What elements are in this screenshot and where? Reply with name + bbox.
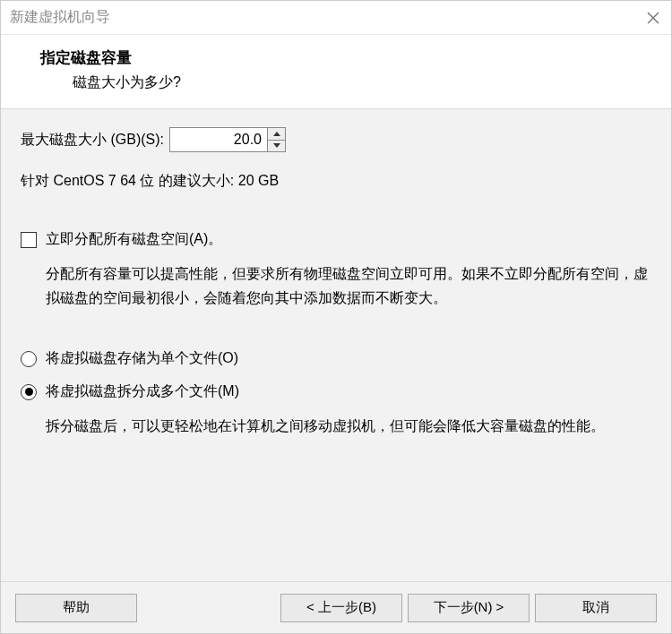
wizard-content: 最大磁盘大小 (GB)(S): 针对 CentOS 7 64 位 的建议大小: … (1, 108, 671, 581)
store-split-row: 将虚拟磁盘拆分成多个文件(M) (21, 382, 651, 401)
spinner-buttons (267, 128, 285, 151)
close-icon[interactable] (644, 9, 662, 27)
cancel-button[interactable]: 取消 (535, 594, 657, 622)
chevron-up-icon (273, 132, 280, 136)
store-split-radio[interactable] (21, 384, 37, 400)
chevron-down-icon (273, 143, 280, 148)
disk-size-spinner (169, 127, 286, 152)
store-split-label: 将虚拟磁盘拆分成多个文件(M) (46, 382, 239, 401)
recommended-size-text: 针对 CentOS 7 64 位 的建议大小: 20 GB (21, 172, 651, 191)
disk-size-label: 最大磁盘大小 (GB)(S): (21, 131, 164, 150)
store-split-description: 拆分磁盘后，可以更轻松地在计算机之间移动虚拟机，但可能会降低大容量磁盘的性能。 (46, 414, 651, 438)
store-single-row: 将虚拟磁盘存储为单个文件(O) (21, 349, 651, 368)
store-single-label: 将虚拟磁盘存储为单个文件(O) (46, 349, 238, 368)
back-button[interactable]: < 上一步(B) (280, 594, 402, 622)
allocate-now-description: 分配所有容量可以提高性能，但要求所有物理磁盘空间立即可用。如果不立即分配所有空间… (46, 261, 651, 310)
page-subtitle: 磁盘大小为多少? (73, 73, 650, 92)
wizard-window: 新建虚拟机向导 指定磁盘容量 磁盘大小为多少? 最大磁盘大小 (GB)(S): … (0, 0, 672, 634)
store-single-radio[interactable] (21, 351, 37, 367)
spinner-down-button[interactable] (268, 141, 285, 152)
allocate-now-row: 立即分配所有磁盘空间(A)。 (21, 230, 651, 249)
spinner-up-button[interactable] (268, 128, 285, 141)
disk-size-row: 最大磁盘大小 (GB)(S): (21, 127, 651, 152)
help-button[interactable]: 帮助 (15, 594, 137, 622)
wizard-header: 指定磁盘容量 磁盘大小为多少? (1, 35, 671, 108)
title-bar: 新建虚拟机向导 (1, 1, 671, 35)
wizard-footer: 帮助 < 上一步(B) 下一步(N) > 取消 (1, 581, 671, 633)
allocate-now-checkbox[interactable] (21, 232, 37, 248)
disk-size-input[interactable] (170, 128, 267, 151)
allocate-now-label: 立即分配所有磁盘空间(A)。 (46, 230, 222, 249)
next-button[interactable]: 下一步(N) > (408, 594, 530, 622)
page-title: 指定磁盘容量 (40, 47, 650, 68)
window-title: 新建虚拟机向导 (10, 8, 644, 27)
